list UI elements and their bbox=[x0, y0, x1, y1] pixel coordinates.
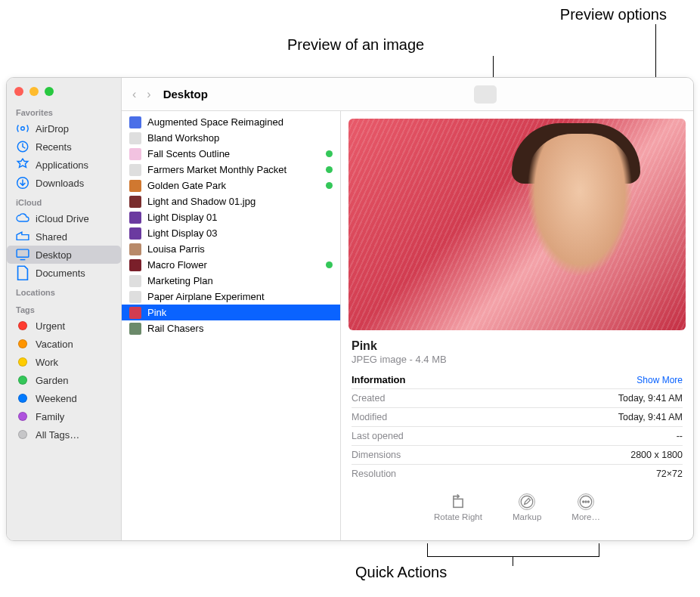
preview-subtitle: JPEG image - 4.4 MB bbox=[352, 354, 683, 365]
svg-point-41 bbox=[587, 501, 589, 503]
file-name: Pink bbox=[147, 307, 166, 318]
preview-title: Pink bbox=[352, 339, 683, 353]
sidebar-item-desktop[interactable]: Desktop bbox=[7, 246, 121, 264]
info-row: Last opened-- bbox=[352, 426, 683, 445]
file-row[interactable]: Louisa Parris bbox=[122, 241, 340, 257]
file-row[interactable]: Paper Airplane Experiment bbox=[122, 289, 340, 305]
view-switcher bbox=[429, 85, 519, 104]
sidebar-item-documents[interactable]: Documents bbox=[7, 264, 121, 282]
back-button[interactable]: ‹ bbox=[129, 86, 139, 103]
file-row[interactable]: Bland Workshop bbox=[122, 130, 340, 146]
info-section-label: Information bbox=[352, 374, 406, 385]
svg-rect-36 bbox=[454, 499, 463, 507]
share-button[interactable] bbox=[566, 85, 589, 104]
group-by-button[interactable] bbox=[539, 85, 562, 104]
file-name: Golden Gate Park bbox=[147, 180, 226, 191]
file-name: Light Display 01 bbox=[147, 212, 218, 223]
sidebar-item-label: Shared bbox=[36, 231, 67, 243]
file-list-column: Augmented Space ReimaginedBland Workshop… bbox=[122, 111, 341, 540]
sidebar-item-downloads[interactable]: Downloads bbox=[7, 174, 121, 192]
preview-image bbox=[348, 119, 686, 330]
info-key: Dimensions bbox=[352, 450, 401, 460]
sidebar-tag-work[interactable]: Work bbox=[7, 353, 121, 371]
file-tag-dot bbox=[326, 261, 333, 268]
forward-button[interactable]: › bbox=[144, 86, 153, 103]
sidebar-item-icloud-drive[interactable]: iCloud Drive bbox=[7, 209, 121, 227]
callout-preview-options: Preview options bbox=[560, 6, 667, 23]
svg-point-39 bbox=[583, 501, 584, 503]
quick-action-markup[interactable]: Markup bbox=[513, 493, 541, 521]
sidebar-item-label: Downloads bbox=[36, 178, 84, 189]
tag-color-icon bbox=[16, 337, 29, 351]
info-value: 72×72 bbox=[656, 469, 683, 479]
sidebar-item-airdrop[interactable]: AirDrop bbox=[7, 119, 121, 138]
file-row[interactable]: Golden Gate Park bbox=[122, 178, 340, 193]
tag-color-icon bbox=[16, 428, 29, 441]
tags-button[interactable] bbox=[593, 85, 616, 104]
file-name: Louisa Parris bbox=[147, 243, 205, 255]
file-row[interactable]: Light Display 01 bbox=[122, 209, 340, 225]
sidebar-tag-all-tags-[interactable]: All Tags… bbox=[7, 425, 121, 444]
sidebar-tag-vacation[interactable]: Vacation bbox=[7, 335, 121, 353]
sidebar-item-shared[interactable]: Shared bbox=[7, 227, 121, 246]
sidebar-icon bbox=[16, 176, 29, 190]
file-row[interactable]: Farmers Market Monthly Packet bbox=[122, 162, 340, 178]
show-more-link[interactable]: Show More bbox=[637, 375, 683, 385]
search-button[interactable] bbox=[663, 85, 686, 104]
file-row[interactable]: Macro Flower bbox=[122, 257, 340, 273]
sidebar-icon bbox=[16, 212, 29, 225]
tag-color-icon bbox=[16, 391, 29, 405]
sidebar-tag-urgent[interactable]: Urgent bbox=[7, 317, 121, 335]
info-key: Resolution bbox=[352, 469, 396, 479]
fullscreen-window-button[interactable] bbox=[45, 87, 54, 96]
sidebar-item-label: AirDrop bbox=[36, 123, 69, 135]
sidebar-item-applications[interactable]: Applications bbox=[7, 156, 121, 174]
sidebar-section-favorites: Favorites bbox=[7, 102, 121, 119]
tag-color-icon bbox=[16, 373, 29, 387]
callout-preview-image: Preview of an image bbox=[287, 36, 424, 54]
file-thumb-icon bbox=[129, 116, 141, 128]
file-row[interactable]: Augmented Space Reimagined bbox=[122, 114, 340, 130]
finder-window: Favorites AirDropRecentsApplicationsDown… bbox=[6, 77, 694, 541]
info-row: Resolution72×72 bbox=[352, 464, 683, 483]
close-window-button[interactable] bbox=[14, 87, 23, 96]
file-name: Farmers Market Monthly Packet bbox=[147, 164, 287, 175]
file-name: Marketing Plan bbox=[147, 275, 213, 286]
file-row[interactable]: Rail Chasers bbox=[122, 320, 340, 336]
sidebar-section-locations: Locations bbox=[7, 282, 121, 299]
file-row[interactable]: Marketing Plan bbox=[122, 273, 340, 289]
file-name: Fall Scents Outline bbox=[147, 148, 230, 159]
info-key: Created bbox=[352, 393, 385, 404]
view-gallery-button[interactable] bbox=[497, 85, 519, 104]
sidebar-item-recents[interactable]: Recents bbox=[7, 138, 121, 156]
svg-point-0 bbox=[21, 127, 25, 131]
more-button[interactable] bbox=[621, 85, 643, 104]
quick-action-label: More… bbox=[571, 512, 600, 521]
sidebar-section-icloud: iCloud bbox=[7, 192, 121, 209]
info-key: Modified bbox=[352, 412, 387, 422]
sidebar-item-label: Garden bbox=[36, 375, 68, 386]
sidebar-tag-family[interactable]: Family bbox=[7, 407, 121, 425]
info-value: -- bbox=[677, 431, 683, 441]
file-thumb-icon bbox=[129, 132, 141, 144]
file-row[interactable]: Light and Shadow 01.jpg bbox=[122, 193, 340, 209]
sidebar-tag-weekend[interactable]: Weekend bbox=[7, 389, 121, 407]
sidebar-icon bbox=[16, 122, 29, 135]
view-icons-button[interactable] bbox=[429, 85, 451, 104]
quick-action-rotate-right[interactable]: Rotate Right bbox=[434, 493, 482, 521]
file-row[interactable]: Light Display 03 bbox=[122, 225, 340, 241]
sidebar-item-label: Work bbox=[36, 357, 58, 368]
file-tag-dot bbox=[326, 182, 333, 189]
file-row[interactable]: Fall Scents Outline bbox=[122, 146, 340, 162]
sidebar-tag-garden[interactable]: Garden bbox=[7, 371, 121, 389]
quick-action-more-[interactable]: More… bbox=[571, 493, 600, 521]
file-thumb-icon bbox=[129, 291, 141, 303]
minimize-window-button[interactable] bbox=[29, 87, 39, 96]
view-columns-button[interactable] bbox=[474, 85, 497, 104]
file-thumb-icon bbox=[129, 212, 141, 224]
file-name: Paper Airplane Experiment bbox=[147, 291, 265, 302]
file-row[interactable]: Pink bbox=[122, 305, 340, 320]
view-list-button[interactable] bbox=[451, 85, 474, 104]
sidebar-icon bbox=[16, 248, 29, 261]
sidebar-icon bbox=[16, 230, 29, 243]
